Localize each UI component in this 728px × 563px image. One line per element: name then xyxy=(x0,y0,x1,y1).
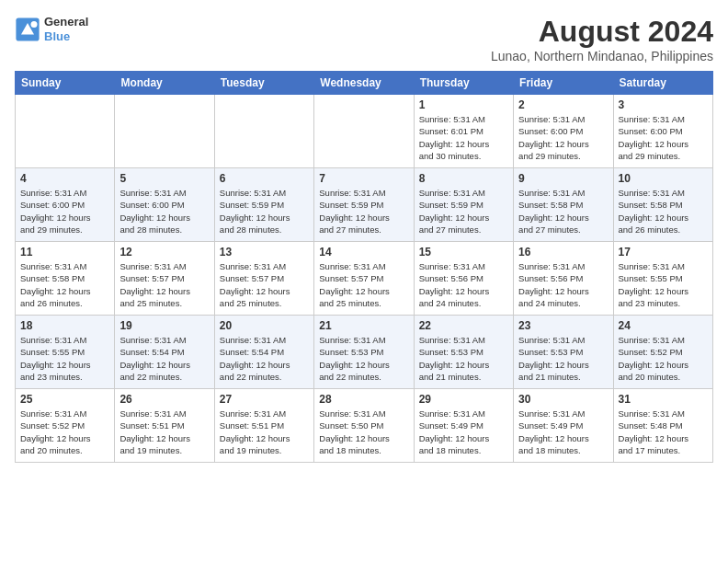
calendar-cell: 13Sunrise: 5:31 AM Sunset: 5:57 PM Dayli… xyxy=(214,242,313,316)
day-number: 1 xyxy=(419,98,508,111)
calendar-cell: 14Sunrise: 5:31 AM Sunset: 5:57 PM Dayli… xyxy=(314,242,414,316)
calendar-cell: 18Sunrise: 5:31 AM Sunset: 5:55 PM Dayli… xyxy=(16,316,115,389)
day-info: Sunrise: 5:31 AM Sunset: 6:01 PM Dayligh… xyxy=(419,113,508,162)
day-info: Sunrise: 5:31 AM Sunset: 5:50 PM Dayligh… xyxy=(319,408,408,456)
calendar-cell: 7Sunrise: 5:31 AM Sunset: 5:59 PM Daylig… xyxy=(314,168,414,242)
day-number: 30 xyxy=(518,393,608,406)
day-header-monday: Monday xyxy=(115,72,214,95)
calendar-cell: 10Sunrise: 5:31 AM Sunset: 5:58 PM Dayli… xyxy=(613,168,712,242)
day-info: Sunrise: 5:31 AM Sunset: 5:54 PM Dayligh… xyxy=(119,334,209,383)
day-number: 20 xyxy=(220,319,309,332)
logo: General Blue xyxy=(15,15,88,43)
day-number: 12 xyxy=(119,246,209,259)
day-info: Sunrise: 5:31 AM Sunset: 5:48 PM Dayligh… xyxy=(619,408,708,456)
day-info: Sunrise: 5:31 AM Sunset: 5:59 PM Dayligh… xyxy=(319,187,408,236)
calendar-cell: 20Sunrise: 5:31 AM Sunset: 5:54 PM Dayli… xyxy=(214,316,313,389)
title-area: August 2024 Lunao, Northern Mindanao, Ph… xyxy=(491,15,713,63)
day-header-thursday: Thursday xyxy=(414,72,513,95)
calendar-cell: 21Sunrise: 5:31 AM Sunset: 5:53 PM Dayli… xyxy=(314,316,414,389)
calendar-cell: 12Sunrise: 5:31 AM Sunset: 5:57 PM Dayli… xyxy=(115,242,214,316)
day-number: 22 xyxy=(419,319,508,332)
calendar-week-3: 11Sunrise: 5:31 AM Sunset: 5:58 PM Dayli… xyxy=(16,242,713,316)
day-number: 27 xyxy=(220,393,309,406)
calendar-header-row: SundayMondayTuesdayWednesdayThursdayFrid… xyxy=(16,72,713,95)
day-header-sunday: Sunday xyxy=(16,72,115,95)
day-info: Sunrise: 5:31 AM Sunset: 5:49 PM Dayligh… xyxy=(419,408,508,456)
header: General Blue August 2024 Lunao, Northern… xyxy=(15,15,713,63)
day-info: Sunrise: 5:31 AM Sunset: 5:59 PM Dayligh… xyxy=(220,187,309,236)
calendar-cell: 27Sunrise: 5:31 AM Sunset: 5:51 PM Dayli… xyxy=(214,389,313,463)
day-number: 16 xyxy=(518,246,608,259)
day-info: Sunrise: 5:31 AM Sunset: 5:51 PM Dayligh… xyxy=(119,408,209,456)
day-info: Sunrise: 5:31 AM Sunset: 5:59 PM Dayligh… xyxy=(419,187,508,236)
day-number: 13 xyxy=(220,246,309,259)
calendar-cell: 11Sunrise: 5:31 AM Sunset: 5:58 PM Dayli… xyxy=(16,242,115,316)
day-number: 9 xyxy=(518,172,608,185)
calendar-cell: 5Sunrise: 5:31 AM Sunset: 6:00 PM Daylig… xyxy=(115,168,214,242)
calendar-table: SundayMondayTuesdayWednesdayThursdayFrid… xyxy=(15,71,713,463)
calendar-week-5: 25Sunrise: 5:31 AM Sunset: 5:52 PM Dayli… xyxy=(16,389,713,463)
calendar-cell: 8Sunrise: 5:31 AM Sunset: 5:59 PM Daylig… xyxy=(414,168,513,242)
day-info: Sunrise: 5:31 AM Sunset: 5:52 PM Dayligh… xyxy=(20,408,109,456)
calendar-cell xyxy=(314,95,414,168)
calendar-body: 1Sunrise: 5:31 AM Sunset: 6:01 PM Daylig… xyxy=(16,95,713,463)
calendar-cell: 1Sunrise: 5:31 AM Sunset: 6:01 PM Daylig… xyxy=(414,95,513,168)
day-header-wednesday: Wednesday xyxy=(314,72,414,95)
calendar-cell: 31Sunrise: 5:31 AM Sunset: 5:48 PM Dayli… xyxy=(613,389,712,463)
day-header-tuesday: Tuesday xyxy=(214,72,313,95)
day-number: 6 xyxy=(220,172,309,185)
day-number: 15 xyxy=(419,246,508,259)
calendar-cell: 9Sunrise: 5:31 AM Sunset: 5:58 PM Daylig… xyxy=(514,168,613,242)
calendar-cell: 26Sunrise: 5:31 AM Sunset: 5:51 PM Dayli… xyxy=(115,389,214,463)
calendar-cell: 3Sunrise: 5:31 AM Sunset: 6:00 PM Daylig… xyxy=(613,95,712,168)
day-info: Sunrise: 5:31 AM Sunset: 5:51 PM Dayligh… xyxy=(220,408,309,456)
day-info: Sunrise: 5:31 AM Sunset: 5:54 PM Dayligh… xyxy=(220,334,309,383)
calendar-cell: 24Sunrise: 5:31 AM Sunset: 5:52 PM Dayli… xyxy=(613,316,712,389)
day-info: Sunrise: 5:31 AM Sunset: 6:00 PM Dayligh… xyxy=(20,187,109,236)
calendar-cell: 29Sunrise: 5:31 AM Sunset: 5:49 PM Dayli… xyxy=(414,389,513,463)
day-info: Sunrise: 5:31 AM Sunset: 5:55 PM Dayligh… xyxy=(20,334,109,383)
calendar-cell: 19Sunrise: 5:31 AM Sunset: 5:54 PM Dayli… xyxy=(115,316,214,389)
day-info: Sunrise: 5:31 AM Sunset: 6:00 PM Dayligh… xyxy=(619,113,708,162)
month-year: August 2024 xyxy=(491,15,713,49)
day-number: 2 xyxy=(518,98,608,111)
logo-icon xyxy=(15,17,40,42)
calendar-cell xyxy=(214,95,313,168)
day-number: 19 xyxy=(119,319,209,332)
day-number: 11 xyxy=(20,246,109,259)
calendar-week-1: 1Sunrise: 5:31 AM Sunset: 6:01 PM Daylig… xyxy=(16,95,713,168)
day-info: Sunrise: 5:31 AM Sunset: 5:57 PM Dayligh… xyxy=(319,260,408,309)
calendar-cell: 22Sunrise: 5:31 AM Sunset: 5:53 PM Dayli… xyxy=(414,316,513,389)
logo-text: General Blue xyxy=(44,15,88,43)
day-number: 18 xyxy=(20,319,109,332)
day-info: Sunrise: 5:31 AM Sunset: 5:56 PM Dayligh… xyxy=(419,260,508,309)
day-info: Sunrise: 5:31 AM Sunset: 6:00 PM Dayligh… xyxy=(119,187,209,236)
calendar-cell: 23Sunrise: 5:31 AM Sunset: 5:53 PM Dayli… xyxy=(514,316,613,389)
day-number: 23 xyxy=(518,319,608,332)
day-number: 25 xyxy=(20,393,109,406)
day-number: 21 xyxy=(319,319,408,332)
day-info: Sunrise: 5:31 AM Sunset: 5:56 PM Dayligh… xyxy=(518,260,608,309)
day-number: 14 xyxy=(319,246,408,259)
calendar-cell: 28Sunrise: 5:31 AM Sunset: 5:50 PM Dayli… xyxy=(314,389,414,463)
calendar-cell: 6Sunrise: 5:31 AM Sunset: 5:59 PM Daylig… xyxy=(214,168,313,242)
calendar-cell xyxy=(16,95,115,168)
day-info: Sunrise: 5:31 AM Sunset: 6:00 PM Dayligh… xyxy=(518,113,608,162)
day-info: Sunrise: 5:31 AM Sunset: 5:53 PM Dayligh… xyxy=(518,334,608,383)
day-number: 17 xyxy=(619,246,708,259)
day-number: 8 xyxy=(419,172,508,185)
calendar-cell: 15Sunrise: 5:31 AM Sunset: 5:56 PM Dayli… xyxy=(414,242,513,316)
calendar-cell: 16Sunrise: 5:31 AM Sunset: 5:56 PM Dayli… xyxy=(514,242,613,316)
calendar-cell: 25Sunrise: 5:31 AM Sunset: 5:52 PM Dayli… xyxy=(16,389,115,463)
day-number: 10 xyxy=(619,172,708,185)
day-number: 29 xyxy=(419,393,508,406)
day-info: Sunrise: 5:31 AM Sunset: 5:58 PM Dayligh… xyxy=(20,260,109,309)
day-number: 7 xyxy=(319,172,408,185)
day-info: Sunrise: 5:31 AM Sunset: 5:58 PM Dayligh… xyxy=(619,187,708,236)
day-number: 28 xyxy=(319,393,408,406)
day-number: 31 xyxy=(619,393,708,406)
day-header-saturday: Saturday xyxy=(613,72,712,95)
day-info: Sunrise: 5:31 AM Sunset: 5:53 PM Dayligh… xyxy=(319,334,408,383)
calendar-week-2: 4Sunrise: 5:31 AM Sunset: 6:00 PM Daylig… xyxy=(16,168,713,242)
day-info: Sunrise: 5:31 AM Sunset: 5:58 PM Dayligh… xyxy=(518,187,608,236)
